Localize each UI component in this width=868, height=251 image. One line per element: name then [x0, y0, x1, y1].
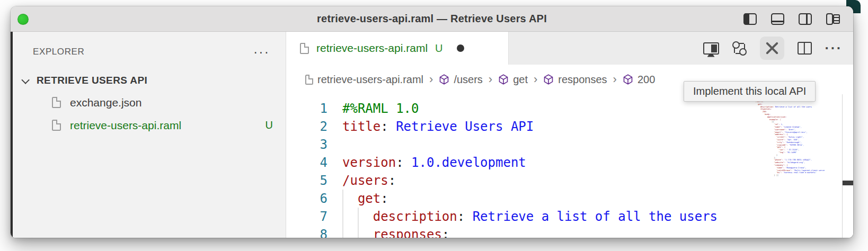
file-icon [52, 97, 61, 108]
line-content [327, 136, 342, 154]
more-actions-icon[interactable]: ··· [253, 48, 270, 56]
tooltip: Implement this local API [684, 81, 816, 102]
file-name: retrieve-users-api.raml [70, 119, 181, 132]
breadcrumb-separator: › [489, 73, 492, 86]
file-icon [300, 43, 309, 54]
git-status-badge: U [435, 42, 442, 55]
file-tree: exchange.json retrieve-users-api.raml U [13, 91, 286, 137]
tab-bar: retrieve-users-api.raml U ··· [286, 32, 853, 65]
compare-changes-icon[interactable] [732, 41, 747, 56]
line-number: 8 [286, 226, 327, 238]
file-row-exchange.json[interactable]: exchange.json [13, 91, 286, 114]
symbol-cube-icon [498, 74, 509, 85]
toggle-secondary-sidebar-icon[interactable] [799, 13, 812, 25]
window-titlebar: retrieve-users-api.raml — Retrieve Users… [11, 6, 853, 32]
symbol-cube-icon [543, 74, 554, 85]
breadcrumb-item-retrieve-users-api.raml[interactable]: retrieve-users-api.raml [305, 74, 423, 86]
explorer-title: EXPLORER [33, 47, 84, 57]
minimap-content: /users: get: description: Retrieve a lis… [756, 101, 842, 177]
hovered-action-background [760, 37, 784, 60]
tab-label: retrieve-users-api.raml [316, 42, 428, 55]
breadcrumb-separator: › [613, 73, 617, 86]
window-body: EXPLORER ··· RETRIEVE USERS API exchange… [11, 32, 853, 238]
customize-layout-icon[interactable] [826, 13, 833, 25]
line-content: /users: [327, 172, 396, 190]
line-number: 5 [286, 172, 327, 190]
split-editor-icon[interactable] [798, 42, 812, 55]
breadcrumb-item-responses[interactable]: responses [543, 74, 607, 86]
folder-label: RETRIEVE USERS API [37, 75, 147, 86]
window-title: retrieve-users-api.raml — Retrieve Users… [11, 13, 853, 25]
file-row-retrieve-users-api.raml[interactable]: retrieve-users-api.raml U [13, 114, 286, 137]
breadcrumb-separator: › [534, 73, 537, 86]
breadcrumb-label: 200 [637, 74, 655, 86]
breadcrumb-label: get [513, 74, 528, 86]
folder-retrieve-users-api[interactable]: RETRIEVE USERS API [13, 70, 286, 91]
line-content: description: Retrieve a list of all the … [327, 208, 718, 226]
editor-group: retrieve-users-api.raml U ··· retrieve-u… [286, 32, 853, 238]
editor-actions: ··· [703, 32, 843, 65]
line-number: 1 [286, 100, 327, 118]
minimap[interactable]: /users: get: description: Retrieve a lis… [749, 94, 843, 238]
line-content: responses: [327, 226, 449, 238]
symbol-cube-icon [439, 74, 449, 85]
tab-retrieve-users-api[interactable]: retrieve-users-api.raml U [286, 32, 509, 65]
implement-local-api-icon[interactable] [765, 41, 780, 56]
more-actions-icon[interactable]: ··· [825, 43, 843, 53]
explorer-header: EXPLORER ··· [13, 32, 286, 57]
breadcrumb-item-200[interactable]: 200 [623, 74, 655, 86]
line-number: 4 [286, 154, 327, 172]
breadcrumb-item-get[interactable]: get [498, 74, 528, 86]
line-content: #%RAML 1.0 [327, 100, 419, 118]
symbol-cube-icon [623, 74, 633, 85]
dark-edge-bar [843, 181, 853, 185]
line-number: 7 [286, 208, 327, 226]
traffic-light-green-icon[interactable] [17, 14, 29, 25]
line-content: title: Retrieve Users API [327, 118, 534, 136]
breadcrumb-item-/users[interactable]: /users [439, 74, 482, 86]
breadcrumb-label: retrieve-users-api.raml [317, 74, 423, 86]
file-icon [52, 120, 61, 131]
indent-guide [358, 208, 359, 238]
breadcrumb-separator: › [429, 73, 433, 86]
explorer-sidebar: EXPLORER ··· RETRIEVE USERS API exchange… [13, 32, 286, 238]
breadcrumb-label: responses [558, 74, 607, 86]
vscode-window: retrieve-users-api.raml — Retrieve Users… [11, 6, 853, 238]
git-status-badge: U [265, 119, 273, 131]
toggle-panel-icon[interactable] [771, 13, 784, 25]
line-content: version: 1.0.development [327, 154, 526, 172]
file-name: exchange.json [70, 96, 141, 109]
line-number: 3 [286, 136, 327, 154]
line-content: get: [327, 190, 388, 208]
open-api-preview-icon[interactable] [703, 42, 719, 55]
indent-guide [342, 190, 343, 238]
line-number: 2 [286, 118, 327, 136]
code-editor[interactable]: 1#%RAML 1.02title: Retrieve Users API34v… [286, 94, 853, 238]
minimap-line: } }] [756, 174, 842, 177]
chevron-down-icon [21, 76, 30, 84]
file-icon [305, 75, 313, 85]
line-number: 6 [286, 190, 327, 208]
desktop-background: retrieve-users-api.raml — Retrieve Users… [0, 0, 868, 251]
layout-controls [743, 6, 842, 32]
toggle-primary-sidebar-icon[interactable] [743, 13, 757, 25]
modified-dot-icon[interactable] [457, 44, 464, 52]
breadcrumb-label: /users [454, 74, 482, 86]
